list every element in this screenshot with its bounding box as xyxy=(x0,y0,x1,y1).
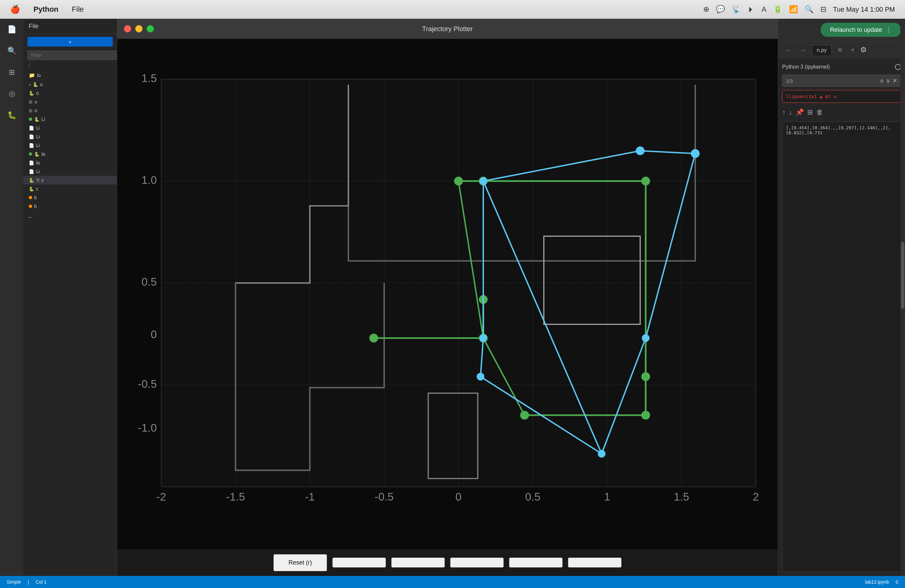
list-item[interactable]: 📄Li xyxy=(24,141,117,150)
settings-icon[interactable]: ⚙ xyxy=(860,46,867,54)
find-close-button[interactable]: ✕ xyxy=(892,77,897,84)
list-item[interactable]: 🐍la xyxy=(24,150,117,158)
svg-point-114 xyxy=(476,373,484,380)
svg-text:-1.5: -1.5 xyxy=(226,491,245,503)
svg-point-111 xyxy=(636,146,645,155)
list-item[interactable]: 📄Li xyxy=(24,132,117,141)
close-tab-button[interactable]: ✕ xyxy=(834,44,845,55)
window-title: Trajectory Plotter xyxy=(422,25,473,33)
svg-text:-0.5: -0.5 xyxy=(138,378,157,390)
action-bar: ↑ ↓ 📌 ⊞ 🗑 xyxy=(782,106,901,118)
svg-text:-2: -2 xyxy=(156,491,166,503)
scrollbar[interactable] xyxy=(900,19,905,576)
plot-area[interactable]: 1.5 1.0 0.5 0 -0.5 -1.0 -2 -1.5 -1 -0.5 … xyxy=(117,39,778,549)
app-name[interactable]: Python xyxy=(33,5,59,14)
sidebar-search-icon[interactable]: 🔍 xyxy=(4,43,19,58)
plot-button-4[interactable] xyxy=(450,558,504,567)
svg-point-107 xyxy=(520,411,529,420)
svg-point-108 xyxy=(641,411,650,420)
sidebar-debug-icon[interactable]: 🐛 xyxy=(4,108,19,122)
minimize-button[interactable] xyxy=(135,25,143,32)
svg-point-104 xyxy=(369,334,378,342)
svg-point-116 xyxy=(642,334,649,342)
file-panel-title: File xyxy=(24,19,117,34)
reset-button[interactable]: Reset (r) xyxy=(273,554,327,571)
search-icon[interactable]: 🔍 xyxy=(805,5,814,14)
add-tab-button[interactable]: + xyxy=(848,45,857,55)
sidebar: 📄 🔍 ⊞ ◎ 🐛 xyxy=(0,19,24,576)
relaunch-button[interactable]: Relaunch to update ⋮ xyxy=(821,23,901,37)
status-num: 0 xyxy=(895,579,898,585)
list-item[interactable]: 🐍o xyxy=(24,89,117,97)
move-up-button[interactable]: ↑ xyxy=(782,108,786,116)
text-icon: A xyxy=(761,5,767,14)
find-nav: ∧ ∨ ✕ xyxy=(880,77,897,84)
delete-button[interactable]: 🗑 xyxy=(816,108,823,116)
move-down-button[interactable]: ↓ xyxy=(789,108,792,116)
status-col: Col 1 xyxy=(35,579,46,585)
new-file-button[interactable]: + xyxy=(27,37,113,46)
right-panel: Relaunch to update ⋮ ← → n.py ✕ + ⚙ Pyth… xyxy=(778,19,905,576)
close-button[interactable] xyxy=(124,25,131,32)
window-chrome: Trajectory Plotter xyxy=(117,19,778,39)
find-count: 1/3 xyxy=(786,78,793,84)
root-path: / xyxy=(24,61,117,69)
scrollbar-thumb[interactable] xyxy=(901,242,904,309)
svg-text:0: 0 xyxy=(151,328,157,340)
list-item[interactable]: 📄Li xyxy=(24,167,117,176)
wifi-icon: 📡 xyxy=(732,5,741,14)
list-item[interactable]: _ xyxy=(24,211,117,219)
list-item[interactable]: ⊞o xyxy=(24,97,117,106)
kernel-label: Python 3 (ipykernel) xyxy=(782,64,830,70)
back-button[interactable]: ← xyxy=(782,45,794,55)
plot-button-5[interactable] xyxy=(509,558,563,567)
file-tree: 📁lo ●🐍u 🐍o ⊞o ⊞o 🐍Li 📄Li 📄Li xyxy=(24,69,117,576)
status-file: lab12.ipynb xyxy=(865,579,889,585)
list-item[interactable]: 🐍Li xyxy=(24,115,117,124)
notebook-tab[interactable]: n.py xyxy=(811,45,832,55)
find-next-button[interactable]: ∨ xyxy=(886,77,890,84)
plot-button-6[interactable] xyxy=(568,558,621,567)
plot-button-3[interactable] xyxy=(391,558,445,567)
file-filter-input[interactable] xyxy=(27,51,117,60)
more-icon: ⋮ xyxy=(886,26,892,33)
plot-button-2[interactable] xyxy=(332,558,386,567)
svg-text:1.0: 1.0 xyxy=(141,174,157,186)
main-window: Trajectory Plotter xyxy=(117,19,778,576)
data-output: ],[0.454],[0.364].,,[0.297],[2.146],,2],… xyxy=(782,122,901,572)
svg-point-113 xyxy=(479,334,487,342)
wifi-signal-icon: 📶 xyxy=(789,5,798,14)
file-menu[interactable]: File xyxy=(72,5,84,14)
control-center-icon[interactable]: ⊟ xyxy=(820,5,826,14)
sidebar-files-icon[interactable]: 📄 xyxy=(4,22,19,37)
clock: Tue May 14 1:00 PM xyxy=(833,6,895,13)
list-item[interactable]: 📄la xyxy=(24,158,117,167)
relaunch-label: Relaunch to update xyxy=(830,27,882,33)
svg-text:1.5: 1.5 xyxy=(141,72,157,84)
svg-text:-1.0: -1.0 xyxy=(138,421,157,434)
wechat-icon: 💬 xyxy=(716,5,725,14)
expand-button[interactable]: ⊞ xyxy=(807,108,813,116)
pin-button[interactable]: 📌 xyxy=(795,108,804,116)
list-item[interactable]: ⊞o xyxy=(24,106,117,115)
status-bar: Simple | Col 1 lab12.ipynb 0 xyxy=(0,576,905,588)
media-icon: ⏵ xyxy=(747,5,755,14)
list-item[interactable]: b xyxy=(24,202,117,211)
svg-text:1: 1 xyxy=(604,491,610,503)
apple-menu[interactable]: 🍎 xyxy=(10,5,20,14)
svg-point-103 xyxy=(641,177,650,186)
sidebar-git-icon[interactable]: ◎ xyxy=(4,86,19,101)
battery-icon: 🔋 xyxy=(773,5,782,14)
find-replace-bar: 1/3 ∧ ∨ ✕ xyxy=(782,75,901,87)
forward-button[interactable]: → xyxy=(797,45,809,55)
list-item[interactable]: 🐍Y: c xyxy=(24,176,117,184)
list-item[interactable]: 📄Li xyxy=(24,124,117,132)
find-prev-button[interactable]: ∧ xyxy=(880,77,884,84)
list-item[interactable]: 🐍c xyxy=(24,184,117,193)
maximize-button[interactable] xyxy=(147,25,154,32)
list-item[interactable]: 📁lo xyxy=(24,71,117,80)
list-item[interactable]: b xyxy=(24,193,117,202)
right-panel-header: ← → n.py ✕ + ⚙ xyxy=(778,41,905,59)
sidebar-extensions-icon[interactable]: ⊞ xyxy=(4,65,19,80)
list-item[interactable]: ●🐍u xyxy=(24,80,117,89)
